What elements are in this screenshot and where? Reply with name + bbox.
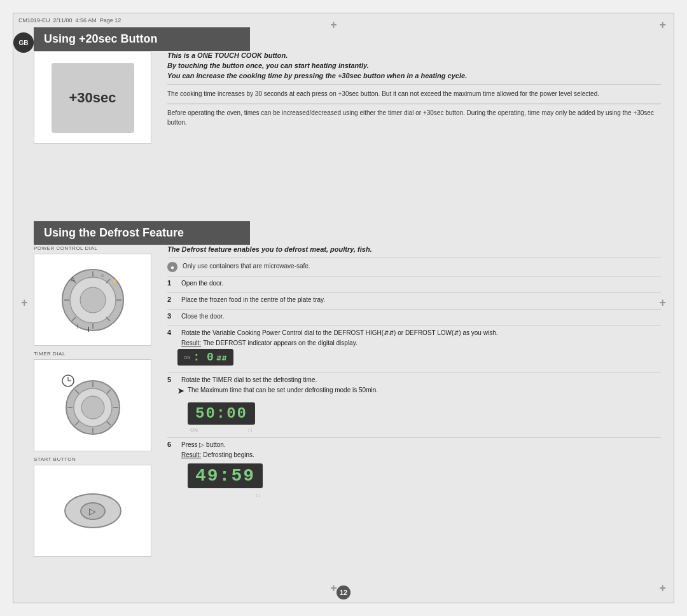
section1-para2: Before operating the oven, times can be … bbox=[167, 108, 661, 127]
svg-text:‖: ‖ bbox=[87, 326, 90, 332]
lcd-display-3: 49:59 bbox=[188, 463, 263, 488]
start-btn-oval: ▷ bbox=[64, 493, 121, 528]
note-row: ● Only use containers that are microwave… bbox=[167, 257, 661, 272]
cross-left-mid: + bbox=[21, 296, 28, 310]
step-6-result-text: Defrosting begins. bbox=[203, 451, 254, 458]
page-container: CM1019-EU 2/11/00 4:56 AM Page 12 GB + +… bbox=[13, 13, 674, 603]
step-6-row: 6 Press ▷ button. Result: Defrosting beg… bbox=[167, 437, 661, 500]
lcd2-labels: ON ↕↕ bbox=[188, 427, 255, 433]
step-6-text: Press ▷ button. bbox=[181, 440, 226, 449]
timer-dial-label: TIMER DIAL bbox=[34, 351, 158, 357]
note-text: Only use containers that are microwave-s… bbox=[183, 261, 310, 271]
section1-header: Using +20sec Button bbox=[34, 27, 250, 51]
page-number: 12 bbox=[337, 585, 350, 599]
lcd2-value: 50:00 bbox=[195, 405, 247, 422]
start-button-section: START BUTTON ▷ bbox=[34, 456, 158, 557]
step-2-row: 2 Place the frozen food in the centre of… bbox=[167, 292, 661, 306]
svg-point-29 bbox=[81, 396, 104, 419]
step-2-num: 2 bbox=[167, 296, 177, 303]
lcd2-suffix: ↕↕ bbox=[247, 427, 253, 433]
step-5-row: 5 Rotate the TIMER dial to set the defro… bbox=[167, 373, 661, 435]
plus30sec-img-box: +30sec bbox=[34, 51, 151, 144]
lcd1-value: : 0 bbox=[193, 351, 214, 364]
timer-dial-svg bbox=[58, 371, 128, 441]
plus30sec-dial: +30sec bbox=[52, 63, 134, 133]
section2-header: Using the Defrost Feature bbox=[34, 221, 250, 245]
gb-badge: GB bbox=[13, 32, 34, 53]
section2-right-col: The Defrost feature enables you to defro… bbox=[167, 245, 661, 503]
section2: Using the Defrost Feature POWER CONTROL … bbox=[34, 221, 661, 584]
section1-italic2: By touching the button once, you can sta… bbox=[167, 62, 661, 69]
lcd3-value: 49:59 bbox=[195, 466, 255, 486]
step-3-row: 3 Close the door. bbox=[167, 309, 661, 323]
svg-text:|: | bbox=[77, 323, 78, 329]
arrow-symbol: ➤ bbox=[177, 387, 184, 395]
section1-italic3: You can increase the cooking time by pre… bbox=[167, 72, 661, 79]
section1-para1: The cooking time increases by 30 seconds… bbox=[167, 89, 661, 99]
step-4-text: Rotate the Variable Cooking Power Contro… bbox=[181, 328, 498, 338]
lcd1-on: ON bbox=[184, 355, 191, 360]
timer-dial-section: TIMER DIAL bbox=[34, 351, 158, 451]
step-1-num: 1 bbox=[167, 279, 177, 287]
lcd3-suffix: ↕↕ bbox=[255, 493, 260, 498]
step-5-num: 5 bbox=[167, 376, 177, 383]
lcd1-suffix: ⇵⇵ bbox=[216, 352, 227, 363]
step-3-text: Close the door. bbox=[181, 311, 661, 321]
content-area: Using +20sec Button +30sec This is a ONE… bbox=[34, 27, 661, 584]
step-5-arrow: ➤ The Maximum time that can be set under… bbox=[177, 387, 378, 395]
lcd-display-1: ON : 0 ⇵⇵ bbox=[177, 349, 233, 366]
section2-italic-main: The Defrost feature enables you to defro… bbox=[167, 245, 661, 253]
step-4-result: Result: The DEFROST indicator appears on… bbox=[181, 339, 357, 346]
lcd-display-2: 50:00 bbox=[188, 402, 255, 425]
doc-id: CM1019-EU bbox=[18, 17, 50, 24]
svg-text:⌂: ⌂ bbox=[101, 273, 104, 277]
step-1-row: 1 Open the door. bbox=[167, 276, 661, 290]
power-control-label: POWER CONTROL DIAL bbox=[34, 245, 158, 251]
svg-point-10 bbox=[80, 287, 106, 313]
step-6-result: Result: Defrosting begins. bbox=[181, 451, 254, 458]
section1-italic1: This is a ONE TOUCH COOK button. bbox=[167, 51, 661, 59]
step-4-result-text: The DEFROST indicator appears on the dig… bbox=[203, 339, 357, 346]
power-control-dial-svg: △ ⌂ ⚡ ‖ | bbox=[58, 265, 128, 335]
start-btn-inner: ▷ bbox=[80, 502, 106, 520]
power-control-img: △ ⌂ ⚡ ‖ | bbox=[34, 254, 151, 346]
lcd-display-2-wrapper: 50:00 ON ↕↕ bbox=[177, 400, 255, 433]
step-5-arrow-text: The Maximum time that can be set under d… bbox=[188, 387, 378, 394]
step-1-text: Open the door. bbox=[181, 278, 661, 288]
power-control-section: POWER CONTROL DIAL bbox=[34, 245, 158, 346]
section1-right-col: This is a ONE TOUCH COOK button. By touc… bbox=[167, 51, 661, 132]
lcd-display-3-wrapper: 49:59 ↕↕ bbox=[177, 461, 263, 498]
step-2-text: Place the frozen food in the centre of t… bbox=[181, 295, 661, 305]
cross-bottom-right: + bbox=[659, 582, 666, 595]
doc-page: Page 12 bbox=[100, 17, 121, 24]
section2-left-col: POWER CONTROL DIAL bbox=[34, 245, 158, 562]
step-4-num: 4 bbox=[167, 329, 177, 336]
start-button-label: START BUTTON bbox=[34, 456, 158, 462]
lcd3-suffix-row: ↕↕ bbox=[188, 491, 263, 498]
section1: Using +20sec Button +30sec This is a ONE… bbox=[34, 27, 661, 215]
svg-text:⚡: ⚡ bbox=[112, 278, 118, 284]
doc-date: 2/11/00 bbox=[53, 17, 73, 24]
note-bullet-icon: ● bbox=[167, 262, 177, 272]
svg-text:△: △ bbox=[71, 275, 75, 282]
lcd2-on: ON bbox=[190, 427, 198, 433]
top-bar: CM1019-EU 2/11/00 4:56 AM Page 12 bbox=[13, 13, 674, 27]
step-6-num: 6 bbox=[167, 441, 177, 448]
start-button-img: ▷ bbox=[34, 465, 151, 557]
step-4-row: 4 Rotate the Variable Cooking Power Cont… bbox=[167, 325, 661, 370]
step-3-num: 3 bbox=[167, 312, 177, 320]
step-5-text: Rotate the TIMER dial to set the defrost… bbox=[181, 375, 317, 385]
section1-left-col: +30sec bbox=[34, 51, 158, 149]
doc-time: 4:56 AM bbox=[76, 17, 97, 24]
step-6-result-label: Result: bbox=[181, 451, 201, 458]
step-4-result-label: Result: bbox=[181, 339, 201, 346]
timer-dial-img bbox=[34, 359, 151, 451]
